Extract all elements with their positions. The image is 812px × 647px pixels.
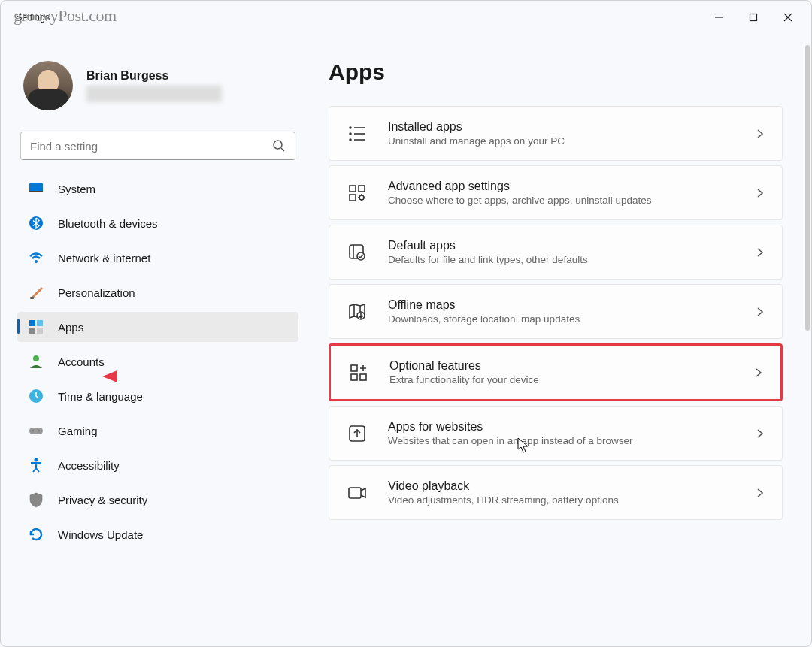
svg-rect-13 — [29, 328, 35, 334]
grid-plus-icon — [347, 361, 370, 384]
search-box[interactable] — [20, 132, 295, 160]
sidebar-item-label: System — [58, 183, 95, 195]
card-optional-features[interactable]: Optional features Extra functionality fo… — [329, 343, 783, 401]
svg-rect-35 — [351, 374, 357, 380]
sidebar-item-label: Gaming — [58, 425, 98, 437]
card-advanced-settings[interactable]: Advanced app settings Choose where to ge… — [329, 165, 783, 220]
sidebar-item-accessibility[interactable]: Accessibility — [17, 450, 298, 480]
sidebar-item-label: Network & internet — [58, 252, 150, 265]
chevron-right-icon — [755, 307, 765, 317]
svg-point-21 — [350, 127, 351, 128]
profile-area[interactable]: Brian Burgess — [17, 47, 298, 127]
chevron-right-icon — [753, 367, 764, 378]
svg-point-22 — [350, 133, 351, 135]
card-title: Advanced app settings — [388, 180, 735, 193]
svg-rect-1 — [750, 14, 757, 21]
nav-list: System Bluetooth & devices Network & int… — [17, 174, 298, 569]
sidebar-item-label: Windows Update — [58, 528, 143, 541]
card-installed-apps[interactable]: Installed apps Uninstall and manage apps… — [329, 106, 783, 161]
svg-rect-27 — [350, 186, 356, 192]
gamepad-icon — [28, 422, 44, 439]
card-desc: Extra functionality for your device — [389, 374, 734, 385]
sidebar-item-personalization[interactable]: Personalization — [17, 277, 298, 307]
card-title: Video playback — [388, 479, 735, 493]
card-video-playback[interactable]: Video playback Video adjustments, HDR st… — [329, 465, 783, 520]
sidebar-item-update[interactable]: Windows Update — [17, 519, 298, 549]
app-check-icon — [346, 241, 368, 264]
svg-line-5 — [281, 148, 284, 151]
chevron-right-icon — [755, 488, 765, 498]
titlebar: Settings — [1, 1, 811, 34]
svg-point-4 — [274, 141, 282, 149]
search-icon — [272, 139, 286, 153]
sidebar-item-gaming[interactable]: Gaming — [17, 416, 298, 446]
svg-rect-29 — [350, 195, 356, 201]
sidebar-item-label: Privacy & security — [58, 494, 147, 506]
card-title: Apps for websites — [388, 420, 735, 434]
system-icon — [28, 180, 44, 197]
card-desc: Downloads, storage location, map updates — [388, 313, 735, 325]
svg-rect-12 — [37, 320, 43, 326]
person-icon — [28, 353, 44, 370]
search-input[interactable] — [30, 140, 272, 153]
svg-rect-36 — [360, 374, 366, 380]
apps-icon — [28, 319, 44, 335]
sidebar-item-label: Personalization — [58, 286, 135, 299]
main-content: Apps Installed apps Uninstall and manage… — [309, 34, 811, 646]
svg-rect-14 — [37, 328, 43, 334]
brush-icon — [28, 284, 44, 301]
window: Settings Brian Burgess S — [0, 0, 812, 647]
svg-rect-28 — [359, 186, 365, 192]
page-title: Apps — [329, 59, 786, 85]
sidebar-item-label: Accounts — [58, 355, 105, 368]
list-icon — [346, 122, 368, 145]
chevron-right-icon — [755, 128, 765, 139]
svg-point-23 — [350, 139, 351, 141]
card-default-apps[interactable]: Default apps Defaults for file and link … — [329, 225, 783, 280]
card-desc: Websites that can open in an app instead… — [388, 435, 735, 446]
sidebar-item-apps[interactable]: Apps — [17, 312, 298, 342]
sidebar-item-bluetooth[interactable]: Bluetooth & devices — [17, 208, 298, 238]
watermark: groovyPost.com — [14, 6, 117, 26]
svg-rect-38 — [349, 488, 361, 498]
svg-rect-34 — [351, 365, 357, 371]
maximize-button[interactable] — [736, 5, 771, 29]
card-desc: Uninstall and manage apps on your PC — [388, 135, 735, 147]
close-button[interactable] — [771, 5, 805, 29]
svg-rect-17 — [29, 428, 43, 434]
svg-point-18 — [32, 431, 34, 432]
sidebar-item-accounts[interactable]: Accounts — [17, 346, 298, 376]
minimize-button[interactable] — [701, 5, 736, 29]
sidebar-item-system[interactable]: System — [17, 174, 298, 204]
sidebar-item-time[interactable]: Time & language — [17, 381, 298, 411]
card-apps-websites[interactable]: Apps for websites Websites that can open… — [329, 406, 783, 461]
card-title: Installed apps — [388, 120, 735, 134]
sidebar-item-network[interactable]: Network & internet — [17, 243, 298, 273]
svg-point-15 — [33, 355, 39, 361]
accessibility-icon — [28, 457, 44, 473]
profile-name: Brian Burgess — [86, 69, 222, 83]
svg-rect-10 — [30, 297, 34, 299]
card-title: Default apps — [388, 239, 735, 252]
wifi-icon — [28, 249, 44, 266]
profile-email-blurred — [86, 86, 222, 102]
card-title: Optional features — [389, 359, 734, 373]
chevron-right-icon — [755, 247, 765, 258]
card-desc: Choose where to get apps, archive apps, … — [388, 195, 735, 206]
scrollbar[interactable] — [805, 45, 810, 331]
svg-point-9 — [35, 260, 38, 263]
svg-point-19 — [38, 431, 40, 432]
card-desc: Defaults for file and link types, other … — [388, 254, 735, 265]
card-list: Installed apps Uninstall and manage apps… — [329, 106, 786, 520]
avatar — [23, 61, 73, 110]
bluetooth-icon — [28, 215, 44, 231]
sidebar-item-privacy[interactable]: Privacy & security — [17, 485, 298, 515]
sidebar-item-label: Bluetooth & devices — [58, 217, 158, 230]
card-title: Offline maps — [388, 298, 735, 312]
video-icon — [346, 482, 368, 504]
sidebar: Brian Burgess System Bluetooth & devices — [1, 34, 309, 646]
share-icon — [346, 422, 368, 445]
card-offline-maps[interactable]: Offline maps Downloads, storage location… — [329, 284, 783, 339]
svg-point-30 — [359, 195, 364, 200]
svg-point-20 — [35, 458, 38, 462]
